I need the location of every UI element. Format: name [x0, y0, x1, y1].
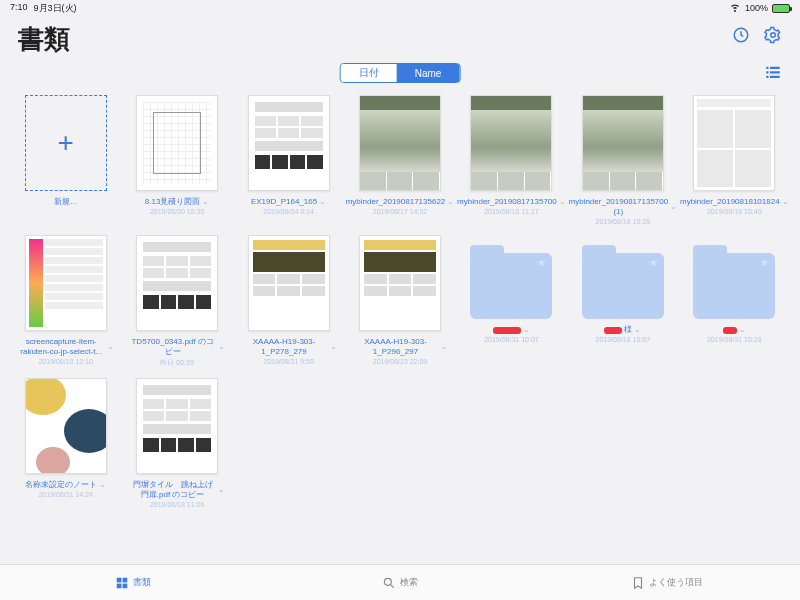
tab-favorites-label: よく使う項目 [649, 576, 703, 589]
tab-documents-label: 書類 [133, 576, 151, 589]
svg-rect-3 [770, 67, 780, 69]
sort-segmented: 日付 Name [340, 63, 461, 83]
cell-label: 門塀タイル 跳ね上げ門扉.pdf のコピー ⌄ [129, 480, 225, 500]
svg-rect-7 [770, 76, 780, 78]
battery-percent: 100% [745, 3, 768, 13]
svg-point-12 [384, 578, 391, 585]
sort-by-name[interactable]: Name [397, 64, 460, 82]
cell-label: EX19D_P164_165 ⌄ [251, 197, 326, 207]
document-cell[interactable]: ★ ⌄2019/08/31 10:07 [460, 235, 563, 368]
svg-rect-2 [766, 67, 768, 69]
cell-label: ⌄ [493, 325, 530, 335]
status-time: 7:10 [10, 2, 28, 15]
list-view-icon[interactable] [764, 63, 782, 81]
document-cell[interactable]: ★ ⌄2019/08/31 10:28 [683, 235, 786, 368]
tab-search-label: 検索 [400, 576, 418, 589]
document-thumb[interactable] [248, 235, 330, 331]
gear-icon[interactable] [764, 26, 782, 44]
cell-label: 新規... [54, 197, 77, 207]
document-thumb[interactable] [25, 235, 107, 331]
chevron-down-icon: ⌄ [319, 197, 326, 207]
cell-label: mybinder_20190817135700 (1) ⌄ [575, 197, 671, 217]
document-cell[interactable]: EX19D_P164_165 ⌄2019/08/24 8:14 [237, 95, 340, 225]
document-cell[interactable]: mybinder_20190817135700 ⌄2019/08/18 11:1… [460, 95, 563, 225]
cell-label: 様 ⌄ [604, 325, 641, 335]
star-icon: ★ [537, 257, 546, 268]
search-icon [382, 576, 396, 590]
cell-subtitle: 2019/08/18 10:40 [707, 208, 762, 215]
tab-bar: 書類 検索 よく使う項目 [0, 564, 800, 600]
document-thumb[interactable] [693, 95, 775, 191]
cell-subtitle: 2019/08/23 22:09 [373, 358, 428, 365]
chevron-down-icon: ⌄ [523, 325, 530, 335]
document-cell[interactable]: TD5700_0343.pdf のコピー ⌄昨日 00:29 [125, 235, 228, 368]
svg-rect-4 [766, 71, 768, 73]
cell-subtitle: 2019/08/18 11:17 [484, 208, 539, 215]
document-thumb[interactable] [470, 95, 552, 191]
document-cell[interactable]: XAAAA-H19-303-1_P278_279 ⌄2019/08/31 9:5… [237, 235, 340, 368]
cell-label: 名称未設定のノート ⌄ [25, 480, 106, 490]
chevron-down-icon: ⌄ [739, 325, 746, 335]
tab-search[interactable]: 検索 [267, 565, 534, 600]
cell-label: mybinder_20190818101824 ⌄ [686, 197, 782, 207]
chevron-down-icon: ⌄ [218, 342, 225, 352]
cell-subtitle: 2019/08/18 12:10 [38, 358, 93, 365]
new-document[interactable]: + [25, 95, 107, 191]
chevron-down-icon: ⌄ [99, 480, 106, 490]
document-cell[interactable]: 名称未設定のノート ⌄2019/08/31 14:24 [14, 378, 117, 508]
chevron-down-icon: ⌄ [330, 342, 337, 352]
tab-documents[interactable]: 書類 [0, 565, 267, 600]
chevron-down-icon: ⌄ [559, 197, 566, 207]
cell-label: mybinder_20190817135700 ⌄ [463, 197, 559, 207]
svg-rect-10 [117, 583, 122, 588]
folder[interactable]: ★ [693, 253, 775, 319]
cell-subtitle: 2019/08/31 9:50 [263, 358, 314, 365]
chevron-down-icon: ⌄ [202, 197, 209, 207]
cell-subtitle: 2019/08/31 14:24 [38, 491, 93, 498]
status-date: 9月3日(火) [34, 2, 77, 15]
cell-label: 8.13見積り図面 ⌄ [145, 197, 210, 207]
document-thumb[interactable] [582, 95, 664, 191]
svg-rect-8 [117, 577, 122, 582]
status-bar: 7:10 9月3日(火) 100% [0, 0, 800, 16]
document-thumb[interactable] [359, 95, 441, 191]
tab-favorites[interactable]: よく使う項目 [533, 565, 800, 600]
star-icon: ★ [760, 257, 769, 268]
chevron-down-icon: ⌄ [441, 342, 448, 352]
folder[interactable]: ★ [470, 253, 552, 319]
cell-subtitle: 2019/08/31 10:07 [484, 336, 539, 343]
chevron-down-icon: ⌄ [107, 342, 114, 352]
folder[interactable]: ★ [582, 253, 664, 319]
document-cell[interactable]: mybinder_20190818101824 ⌄2019/08/18 10:4… [683, 95, 786, 225]
cell-subtitle: 2019/08/17 14:02 [373, 208, 428, 215]
document-cell[interactable]: mybinder_20190817135700 (1) ⌄2019/08/18 … [571, 95, 674, 225]
grid-icon [115, 576, 129, 590]
document-cell[interactable]: XAAAA-H19-303-1_P296_297 ⌄2019/08/23 22:… [348, 235, 451, 368]
svg-rect-6 [766, 76, 768, 78]
document-cell[interactable]: screencapture-item-rakuten-co-jp-select-… [14, 235, 117, 368]
document-grid: +新規...8.13見積り図面 ⌄2019/08/30 18:30EX19D_P… [0, 95, 800, 508]
chevron-down-icon: ⌄ [634, 325, 641, 335]
plus-icon: + [58, 127, 74, 159]
document-thumb[interactable] [136, 378, 218, 474]
document-cell[interactable]: ★様 ⌄2019/08/18 10:07 [571, 235, 674, 368]
document-thumb[interactable] [25, 378, 107, 474]
document-thumb[interactable] [248, 95, 330, 191]
document-thumb[interactable] [359, 235, 441, 331]
cell-label: mybinder_20190817135622 ⌄ [352, 197, 448, 207]
svg-point-1 [771, 33, 776, 38]
sort-by-date[interactable]: 日付 [341, 64, 397, 82]
cell-label: TD5700_0343.pdf のコピー ⌄ [129, 337, 225, 357]
cell-label: ⌄ [723, 325, 746, 335]
document-cell[interactable]: mybinder_20190817135622 ⌄2019/08/17 14:0… [348, 95, 451, 225]
bookmark-icon [631, 576, 645, 590]
document-thumb[interactable] [136, 95, 218, 191]
wifi-icon [729, 1, 741, 15]
cell-subtitle: 2019/08/24 8:14 [263, 208, 314, 215]
sync-icon[interactable] [732, 26, 750, 44]
cell-subtitle: 2019/08/18 10:28 [596, 218, 651, 225]
document-cell[interactable]: 門塀タイル 跳ね上げ門扉.pdf のコピー ⌄2019/08/18 11:06 [125, 378, 228, 508]
document-cell[interactable]: 8.13見積り図面 ⌄2019/08/30 18:30 [125, 95, 228, 225]
document-cell[interactable]: +新規... [14, 95, 117, 225]
document-thumb[interactable] [136, 235, 218, 331]
